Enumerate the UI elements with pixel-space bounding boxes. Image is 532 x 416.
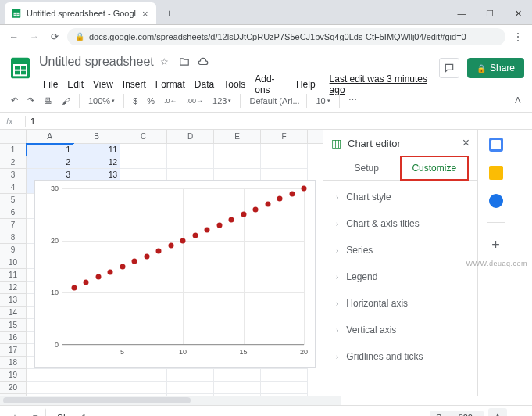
- cell[interactable]: 2: [27, 156, 73, 169]
- menu-help[interactable]: Help: [292, 77, 320, 91]
- comments-button[interactable]: [439, 58, 459, 78]
- cell[interactable]: [73, 394, 120, 396]
- quick-sum[interactable]: Sum: 820: [430, 411, 484, 417]
- cell[interactable]: [214, 369, 261, 382]
- cell[interactable]: [120, 144, 167, 156]
- cell[interactable]: [167, 394, 214, 396]
- tab-customize[interactable]: Customize: [401, 156, 469, 180]
- editor-section[interactable]: ›Gridlines and ticks: [323, 343, 477, 370]
- row-header[interactable]: 10: [0, 256, 27, 269]
- row-header[interactable]: 7: [0, 219, 27, 231]
- cell[interactable]: [167, 156, 214, 169]
- editor-section[interactable]: ›Horizontal axis: [323, 290, 477, 317]
- cell[interactable]: [261, 382, 308, 394]
- cell[interactable]: [167, 382, 214, 394]
- row-header[interactable]: 12: [0, 282, 27, 294]
- menu-tools[interactable]: Tools: [220, 77, 249, 91]
- new-tab-button[interactable]: +: [161, 5, 178, 22]
- cell[interactable]: [120, 394, 167, 396]
- currency-button[interactable]: $: [130, 95, 141, 107]
- editor-section[interactable]: ›Legend: [323, 264, 477, 290]
- cell[interactable]: [27, 369, 73, 382]
- row-header[interactable]: 13: [0, 294, 27, 307]
- star-icon[interactable]: ☆: [160, 56, 173, 68]
- row-header[interactable]: 5: [0, 194, 27, 206]
- cell[interactable]: [120, 156, 167, 169]
- cell[interactable]: [214, 382, 261, 394]
- row-header[interactable]: 14: [0, 307, 27, 319]
- browser-tab[interactable]: Untitled spreadsheet - Google S ×: [5, 2, 156, 24]
- col-header[interactable]: C: [120, 130, 167, 143]
- paint-format-button[interactable]: 🖌: [59, 95, 73, 107]
- close-editor-button[interactable]: ×: [462, 136, 470, 150]
- row-header[interactable]: 1: [0, 144, 27, 156]
- sheet-tab[interactable]: Sheet1 ▼: [45, 408, 109, 417]
- menu-view[interactable]: View: [89, 77, 117, 91]
- row-header[interactable]: 21: [0, 394, 27, 396]
- row-header[interactable]: 9: [0, 244, 27, 256]
- editor-section[interactable]: ›Chart style: [323, 184, 477, 210]
- sheets-logo[interactable]: [8, 56, 33, 81]
- row-header[interactable]: 16: [0, 332, 27, 344]
- select-all-corner[interactable]: [0, 130, 27, 143]
- col-header[interactable]: B: [73, 130, 120, 143]
- col-header[interactable]: F: [261, 130, 308, 143]
- all-sheets-button[interactable]: ≡: [25, 408, 45, 417]
- cell[interactable]: [214, 394, 261, 396]
- row-header[interactable]: 6: [0, 206, 27, 219]
- hide-side-panel-button[interactable]: ›: [512, 412, 527, 417]
- row-header[interactable]: 18: [0, 357, 27, 369]
- document-title[interactable]: Untitled spreadsheet: [39, 55, 154, 69]
- font-dropdown[interactable]: Default (Ari...: [246, 95, 301, 107]
- redo-button[interactable]: ↷: [24, 94, 37, 107]
- scrollbar-thumb[interactable]: [3, 397, 191, 403]
- embedded-chart[interactable]: 01020305101520: [34, 180, 316, 368]
- row-header[interactable]: 2: [0, 156, 27, 169]
- menu-edit[interactable]: Edit: [63, 77, 87, 91]
- row-header[interactable]: 17: [0, 344, 27, 357]
- close-window-button[interactable]: ✕: [504, 2, 532, 24]
- toolbar-overflow-button[interactable]: ⋯: [345, 94, 360, 107]
- more-formats-dropdown[interactable]: 123: [209, 95, 234, 107]
- col-header[interactable]: A: [27, 130, 73, 143]
- cloud-status-icon[interactable]: [198, 56, 210, 68]
- cell[interactable]: [27, 382, 73, 394]
- row-header[interactable]: 3: [0, 169, 27, 181]
- menu-addons[interactable]: Add-ons: [251, 72, 291, 97]
- formula-input[interactable]: 1: [30, 117, 35, 126]
- calendar-icon[interactable]: [489, 138, 503, 152]
- editor-section[interactable]: ›Series: [323, 237, 477, 264]
- toolbar-collapse-button[interactable]: ᐱ: [512, 94, 524, 107]
- col-header[interactable]: E: [214, 130, 261, 143]
- cell[interactable]: 11: [73, 144, 120, 156]
- minimize-button[interactable]: —: [448, 2, 476, 24]
- share-button[interactable]: 🔒 Share: [467, 58, 524, 78]
- url-input[interactable]: 🔒 docs.google.com/spreadsheets/d/12lsDJt…: [67, 28, 505, 45]
- forward-button[interactable]: →: [27, 29, 42, 45]
- cell[interactable]: 1: [27, 144, 73, 156]
- menu-file[interactable]: File: [39, 77, 62, 91]
- cell[interactable]: [120, 369, 167, 382]
- row-header[interactable]: 4: [0, 181, 27, 194]
- row-header[interactable]: 20: [0, 382, 27, 394]
- percent-button[interactable]: %: [144, 95, 158, 107]
- cell[interactable]: [261, 369, 308, 382]
- cell[interactable]: [214, 156, 261, 169]
- add-sheet-button[interactable]: +: [5, 408, 25, 417]
- zoom-dropdown[interactable]: 100%: [85, 95, 118, 107]
- row-header[interactable]: 8: [0, 231, 27, 244]
- cell[interactable]: [261, 144, 308, 156]
- menu-format[interactable]: Format: [152, 77, 189, 91]
- editor-section[interactable]: ›Vertical axis: [323, 317, 477, 343]
- undo-button[interactable]: ↶: [8, 94, 21, 107]
- cell[interactable]: [167, 369, 214, 382]
- back-button[interactable]: ←: [6, 29, 22, 45]
- col-header[interactable]: D: [167, 130, 214, 143]
- row-header[interactable]: 15: [0, 319, 27, 332]
- cell[interactable]: [167, 144, 214, 156]
- menu-insert[interactable]: Insert: [119, 77, 150, 91]
- horizontal-scrollbar[interactable]: [0, 396, 341, 405]
- row-header[interactable]: 11: [0, 269, 27, 282]
- print-button[interactable]: 🖶: [41, 95, 55, 107]
- last-edit-link[interactable]: Last edit was 3 minutes ago: [326, 72, 439, 97]
